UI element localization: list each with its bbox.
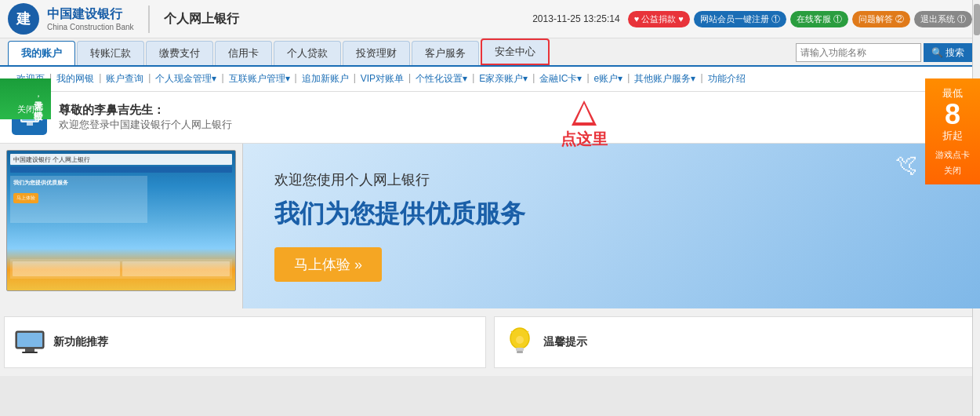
register-btn[interactable]: 网站会员一键注册 ①: [694, 11, 786, 27]
logout-btn[interactable]: 退出系统 ①: [914, 11, 972, 27]
banner-small-title: 欢迎您使用个人网上银行: [274, 170, 949, 189]
tab-customer-service[interactable]: 客户服务: [412, 41, 479, 65]
tab-payment[interactable]: 缴费支付: [146, 41, 213, 65]
side-ad-right-number: 8: [929, 100, 976, 129]
logo-subtitle: 个人网上银行: [164, 11, 239, 27]
sub-nav-personalize[interactable]: 个性化设置▾: [411, 71, 472, 87]
sub-nav-account-query[interactable]: 账户查询: [101, 71, 148, 87]
sub-nav-ic[interactable]: 金融IC卡▾: [535, 71, 586, 87]
up-arrow-inner: [575, 104, 593, 122]
logo-cn: 中国建设银行: [47, 6, 134, 23]
sub-nav-family[interactable]: E家亲账户▾: [474, 71, 532, 87]
seagull-icon: 🕊: [895, 151, 917, 177]
sub-nav-mybank[interactable]: 我的网银: [52, 71, 99, 87]
sub-nav-vip[interactable]: VIP对账单: [356, 71, 408, 87]
banner-big-title: 我们为您提供优质服务: [274, 197, 949, 232]
sub-nav-other[interactable]: 其他账户服务▾: [630, 71, 700, 87]
faq-btn[interactable]: 问题解答 ②: [852, 11, 910, 27]
tab-personal-loan[interactable]: 个人贷款: [274, 41, 341, 65]
header: 建 中国建设银行 China Construction Bank 个人网上银行 …: [0, 0, 980, 38]
bulb-icon: [504, 327, 535, 358]
side-ad-right[interactable]: 最低 8 折起 游戏点卡 关闭: [925, 78, 980, 184]
try-btn[interactable]: 马上体验 »: [274, 247, 382, 282]
tab-investment[interactable]: 投资理财: [343, 41, 410, 65]
svg-rect-6: [22, 352, 38, 353]
scrollbar-thumb[interactable]: [974, 4, 980, 35]
bottom-section: 新功能推荐 温馨提示: [0, 308, 980, 376]
sub-nav: 欢迎页 | 我的网银 | 账户查询 | 个人现金管理▾ | 互联账户管理▾ | …: [0, 67, 980, 92]
side-ad-left-text: 无需登录，轻松缴费: [33, 94, 44, 104]
screenshot-preview: 中国建设银行 个人网上银行 我们为您提供优质服务 马上体验: [6, 150, 236, 291]
monitor-icon: [14, 327, 45, 358]
donate-btn[interactable]: ♥ 公益捐款 ♥: [628, 11, 690, 27]
datetime: 2013-11-25 13:25:14: [532, 13, 619, 24]
side-ad-left[interactable]: 无需登录，轻松缴费 关闭: [0, 78, 51, 119]
svg-rect-9: [517, 351, 523, 353]
svg-rect-4: [17, 333, 42, 347]
tab-security-center[interactable]: 安全中心: [481, 38, 550, 65]
welcome-section: 尊敬的李鼻吉先生： 欢迎您登录中国建设银行个人网上银行 展开: [0, 92, 980, 144]
side-ad-right-close[interactable]: 关闭: [929, 165, 976, 177]
logo-text: 中国建设银行 China Construction Bank: [47, 6, 134, 31]
sub-nav-eacct[interactable]: e账户▾: [590, 71, 628, 87]
banner-screenshot-container: 中国建设银行 个人网上银行 我们为您提供优质服务 马上体验: [0, 144, 243, 308]
search-input[interactable]: [796, 43, 921, 62]
svg-rect-2: [27, 122, 33, 126]
sub-nav-cash-mgmt[interactable]: 个人现金管理▾: [151, 71, 221, 87]
logo-icon: 建: [8, 3, 39, 35]
sub-nav-add-acct[interactable]: 追加新账户: [297, 71, 354, 87]
welcome-greeting: 尊敬的李鼻吉先生：: [59, 103, 232, 118]
screenshot-content: 我们为您提供优质服务 马上体验: [10, 176, 147, 223]
svg-point-13: [516, 336, 524, 344]
side-ad-right-suffix: 折起: [929, 129, 976, 143]
logo-divider: [148, 5, 150, 33]
click-annotation: 点这里: [561, 100, 608, 150]
nav-tabs: 我的账户 转账汇款 缴费支付 信用卡 个人贷款 投资理财 客户服务 安全中心: [8, 38, 550, 65]
new-features-title: 新功能推荐: [53, 335, 108, 349]
svg-rect-5: [25, 348, 34, 352]
tab-credit-card[interactable]: 信用卡: [215, 41, 272, 65]
logo-en: China Construction Bank: [47, 23, 134, 31]
banner-right: 🕊 🕊 欢迎您使用个人网上银行 我们为您提供优质服务 马上体验 »: [243, 144, 980, 308]
screenshot-bottom: [10, 259, 232, 279]
bottom-card-tips: 温馨提示: [494, 316, 976, 368]
search-area: 🔍 搜索: [796, 43, 972, 65]
main-banner: 中国建设银行 个人网上银行 我们为您提供优质服务 马上体验 🕊 🕊 欢迎您使用个…: [0, 144, 980, 308]
sub-nav-intro[interactable]: 功能介绍: [703, 71, 750, 87]
bottom-card-new-features: 新功能推荐: [4, 316, 486, 368]
welcome-text: 尊敬的李鼻吉先生： 欢迎您登录中国建设银行个人网上银行: [59, 103, 232, 132]
sub-nav-linked-acct[interactable]: 互联账户管理▾: [224, 71, 295, 87]
service-btn[interactable]: 在线客服 ①: [790, 11, 848, 27]
svg-rect-8: [516, 348, 524, 351]
search-btn[interactable]: 🔍 搜索: [924, 43, 972, 62]
tips-title: 温馨提示: [543, 335, 587, 349]
tab-my-account[interactable]: 我的账户: [8, 41, 75, 65]
top-right: 2013-11-25 13:25:14 ♥ 公益捐款 ♥ 网站会员一键注册 ① …: [532, 11, 972, 27]
side-ad-right-label: 游戏点卡: [929, 149, 976, 161]
screenshot-header: 中国建设银行 个人网上银行: [10, 154, 232, 165]
logo-area: 建 中国建设银行 China Construction Bank 个人网上银行: [8, 3, 239, 35]
welcome-message: 欢迎您登录中国建设银行个人网上银行: [59, 118, 232, 132]
nav-bar: 我的账户 转账汇款 缴费支付 信用卡 个人贷款 投资理财 客户服务 安全中心 🔍…: [0, 38, 980, 67]
click-label: 点这里: [561, 129, 608, 150]
search-icon: 🔍: [931, 47, 943, 58]
tab-transfer[interactable]: 转账汇款: [77, 41, 144, 65]
side-ad-left-close[interactable]: 关闭: [17, 104, 34, 115]
screenshot-nav: [10, 166, 232, 173]
